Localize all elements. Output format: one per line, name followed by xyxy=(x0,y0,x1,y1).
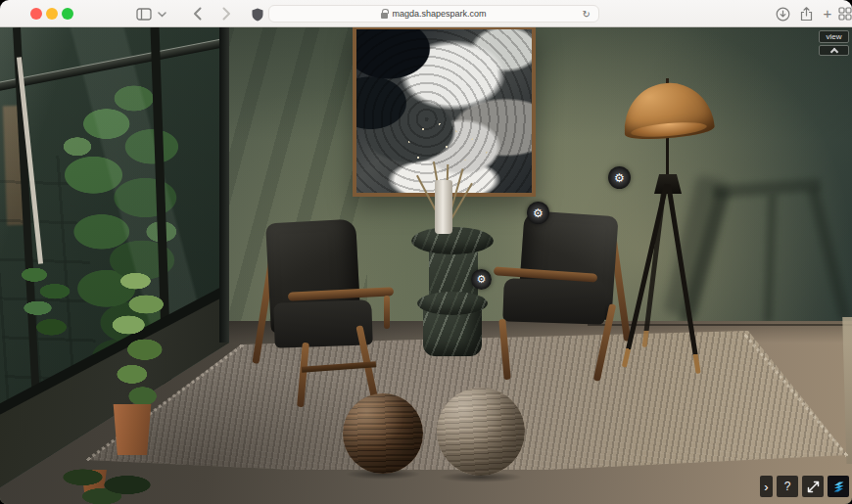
collapse-menu-button[interactable] xyxy=(819,45,849,56)
tab-overview-icon[interactable] xyxy=(836,6,852,22)
gear-icon: ⚙ xyxy=(614,172,625,184)
new-tab-icon[interactable]: + xyxy=(819,6,836,22)
shapespark-logo-button[interactable] xyxy=(828,476,849,497)
lock-icon xyxy=(381,13,388,19)
zoom-window-button[interactable] xyxy=(62,8,73,20)
chair-arm-post xyxy=(384,296,390,329)
sidebar-toggle-icon[interactable] xyxy=(135,6,153,22)
privacy-shield-icon[interactable] xyxy=(249,7,266,23)
calathea-plant xyxy=(14,262,82,345)
url-text: magda.shapespark.com xyxy=(392,9,486,19)
back-button[interactable] xyxy=(188,6,206,22)
browser-window: magda.shapespark.com ↻ + xyxy=(0,0,852,504)
help-button[interactable]: ? xyxy=(777,476,798,497)
terracotta-pot xyxy=(112,404,153,455)
material-sphere-dark-walnut[interactable] xyxy=(343,393,423,474)
palm-plant xyxy=(104,270,174,407)
material-settings-hotspot[interactable]: ⚙ xyxy=(527,202,549,224)
chevron-down-icon[interactable] xyxy=(157,10,166,20)
foreground-leaves xyxy=(51,466,178,504)
reload-icon[interactable]: ↻ xyxy=(583,9,591,20)
chevron-up-icon xyxy=(829,48,837,56)
window-corner-frame xyxy=(219,27,229,343)
material-settings-hotspot[interactable]: ⚙ xyxy=(471,269,492,290)
chair-leg xyxy=(498,319,510,380)
viewer-bottom-controls: › ? xyxy=(760,476,849,497)
share-icon[interactable] xyxy=(797,6,815,22)
white-vase xyxy=(435,180,452,234)
material-settings-hotspot[interactable]: ⚙ xyxy=(608,166,631,189)
fullscreen-button[interactable] xyxy=(802,476,824,497)
material-sphere-light-oak[interactable] xyxy=(437,388,525,476)
downloads-icon[interactable] xyxy=(774,6,791,22)
table-disc xyxy=(417,292,488,315)
forward-button[interactable] xyxy=(217,6,235,22)
shapespark-logo-icon xyxy=(831,480,846,494)
lamp-leg xyxy=(666,184,701,374)
armchair-left xyxy=(259,215,405,421)
minimize-window-button[interactable] xyxy=(46,8,58,20)
expand-panel-button[interactable]: › xyxy=(760,476,773,497)
chair-leg xyxy=(297,343,309,407)
tripod-floor-lamp xyxy=(588,78,754,382)
close-window-button[interactable] xyxy=(30,8,42,20)
browser-toolbar: magda.shapespark.com ↻ + xyxy=(0,0,852,27)
view-menu-button[interactable]: view xyxy=(819,30,849,43)
gear-icon: ⚙ xyxy=(533,207,544,219)
3d-viewport[interactable]: ⚙ ⚙ ⚙ view › ? xyxy=(0,27,852,504)
vase-with-branches xyxy=(388,114,505,243)
address-bar[interactable]: magda.shapespark.com ↻ xyxy=(268,5,599,23)
fullscreen-arrows-icon xyxy=(807,481,820,493)
gear-icon: ⚙ xyxy=(477,274,487,285)
